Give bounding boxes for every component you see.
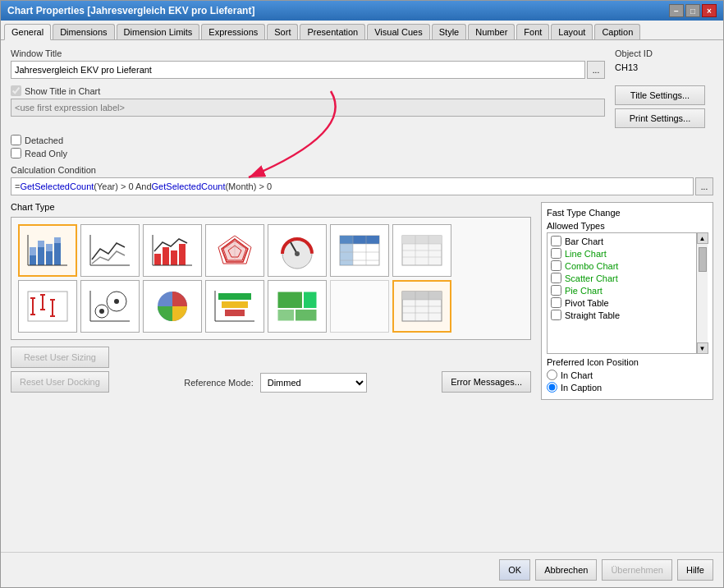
radio-in-caption[interactable] [547, 382, 557, 393]
readonly-checkbox[interactable] [11, 148, 21, 158]
readonly-label: Read Only [25, 149, 67, 158]
chart-icon-radar[interactable] [205, 224, 264, 277]
close-button[interactable]: × [702, 4, 717, 17]
combo-chart-svg [149, 231, 195, 270]
object-id-value: CH13 [615, 61, 713, 74]
chart-grid-container [11, 217, 531, 340]
tab-dimensions[interactable]: Dimensions [53, 24, 114, 39]
ok-button[interactable]: OK [499, 559, 530, 581]
type-checkbox-line[interactable] [551, 248, 561, 259]
svg-point-28 [295, 251, 300, 256]
window-title-input[interactable] [11, 61, 585, 79]
tab-bar: General Dimensions Dimension Limits Expr… [1, 21, 723, 40]
svg-rect-14 [163, 247, 169, 265]
svg-rect-1 [30, 255, 36, 265]
show-title-checkbox[interactable] [11, 85, 21, 96]
type-label-straight: Straight Table [565, 310, 620, 320]
detached-row: Detached [11, 135, 713, 145]
svg-rect-66 [277, 292, 302, 308]
chart-icon-bubble[interactable] [80, 280, 140, 333]
chart-icon-funnel[interactable] [205, 280, 264, 333]
chart-icon-pie[interactable] [143, 280, 202, 333]
tab-visual-cues[interactable]: Visual Cues [367, 24, 430, 39]
svg-rect-6 [38, 241, 44, 247]
tab-sort[interactable]: Sort [267, 24, 298, 39]
calc-condition-label: Calculation Condition [11, 165, 96, 175]
titlebar: Chart Properties [Jahresvergleich EKV pr… [1, 1, 723, 21]
type-checkbox-scatter[interactable] [551, 273, 561, 283]
apply-button[interactable]: Übernehmen [602, 559, 672, 581]
print-settings-button[interactable]: Print Settings... [615, 108, 705, 128]
tab-caption[interactable]: Caption [594, 24, 640, 39]
chart-icon-combo[interactable] [143, 224, 202, 277]
chart-type-title: Chart Type [11, 202, 531, 212]
show-title-checkbox-row: Show Title in Chart [11, 85, 605, 96]
reset-buttons: Reset User Sizing Reset User Docking [11, 347, 109, 393]
scroll-thumb[interactable] [699, 247, 707, 272]
chart-icon-scatter[interactable] [18, 280, 77, 333]
type-row-straight: Straight Table [549, 309, 695, 321]
object-id-group: Object ID CH13 [615, 48, 713, 74]
object-id-label: Object ID [615, 48, 713, 58]
tab-expressions[interactable]: Expressions [201, 24, 265, 39]
chart-icon-block[interactable] [268, 280, 327, 333]
tab-layout[interactable]: Layout [551, 24, 593, 39]
type-row-combo: Combo Chart [549, 260, 695, 272]
type-row-line: Line Chart [549, 247, 695, 260]
minimize-button[interactable]: − [669, 4, 684, 17]
expression-label-input[interactable] [11, 99, 605, 117]
type-checkbox-straight[interactable] [551, 310, 561, 320]
options-group: Detached Read Only [11, 135, 713, 158]
right-panel: Fast Type Change Allowed Types Bar Chart… [541, 202, 713, 400]
svg-rect-63 [225, 310, 245, 316]
settings-buttons: Title Settings... Print Settings... [615, 85, 713, 128]
help-button[interactable]: Hilfe [677, 559, 713, 581]
chart-icon-gauge[interactable] [268, 224, 327, 277]
chart-icon-line[interactable] [80, 224, 140, 277]
window-title-ellipsis-button[interactable]: ... [587, 61, 605, 79]
scroll-up-button[interactable]: ▲ [697, 232, 708, 244]
chart-icon-straight2[interactable] [392, 280, 451, 333]
tab-style[interactable]: Style [432, 24, 466, 39]
chart-icon-bar[interactable] [18, 224, 77, 277]
type-checkbox-pie[interactable] [551, 285, 561, 296]
title-settings-button[interactable]: Title Settings... [615, 85, 705, 105]
radio-in-caption-row: In Caption [547, 382, 708, 393]
svg-rect-3 [46, 251, 53, 265]
type-checkbox-combo[interactable] [551, 260, 561, 271]
content-area: Window Title ... Object ID CH13 Show Tit… [1, 40, 723, 552]
type-label-pivot: Pivot Table [565, 298, 609, 308]
window-title-input-row: ... [11, 61, 605, 79]
type-checkbox-pivot[interactable] [551, 297, 561, 308]
allowed-types-scroll-area: Bar Chart Line Chart Combo Chart [547, 232, 708, 354]
radio-in-chart[interactable] [547, 370, 557, 380]
fast-type-section: Fast Type Change Allowed Types Bar Chart… [541, 202, 713, 400]
chart-icon-pivot[interactable] [330, 224, 389, 277]
type-label-line: Line Chart [565, 249, 607, 259]
tab-dimension-limits[interactable]: Dimension Limits [117, 24, 200, 39]
pie-chart-svg [149, 287, 195, 326]
bar-chart-svg [25, 231, 71, 270]
type-label-combo: Combo Chart [565, 261, 618, 271]
svg-rect-61 [218, 293, 251, 300]
reset-docking-button[interactable]: Reset User Docking [11, 371, 109, 393]
type-checkbox-bar[interactable] [551, 236, 561, 246]
tab-presentation[interactable]: Presentation [300, 24, 365, 39]
tab-general[interactable]: General [4, 24, 51, 40]
main-content: Chart Type [11, 202, 713, 400]
detached-checkbox[interactable] [11, 135, 21, 145]
tab-font[interactable]: Font [516, 24, 549, 39]
chart-type-section: Chart Type [11, 202, 531, 400]
calc-condition-ellipsis-button[interactable]: ... [695, 177, 713, 195]
ref-mode-select[interactable]: Dimmed Normal Hidden [260, 373, 367, 393]
reset-sizing-button[interactable]: Reset User Sizing [11, 347, 109, 368]
tab-number[interactable]: Number [468, 24, 515, 39]
type-row-bar: Bar Chart [549, 235, 695, 247]
cancel-button[interactable]: Abbrechen [535, 559, 597, 581]
straight-table2-svg [399, 287, 445, 326]
scroll-down-button[interactable]: ▼ [697, 342, 708, 354]
error-messages-button[interactable]: Error Messages... [442, 371, 531, 393]
show-title-label: Show Title in Chart [25, 86, 100, 96]
maximize-button[interactable]: □ [685, 4, 700, 17]
chart-icon-straight-table[interactable] [392, 224, 451, 277]
